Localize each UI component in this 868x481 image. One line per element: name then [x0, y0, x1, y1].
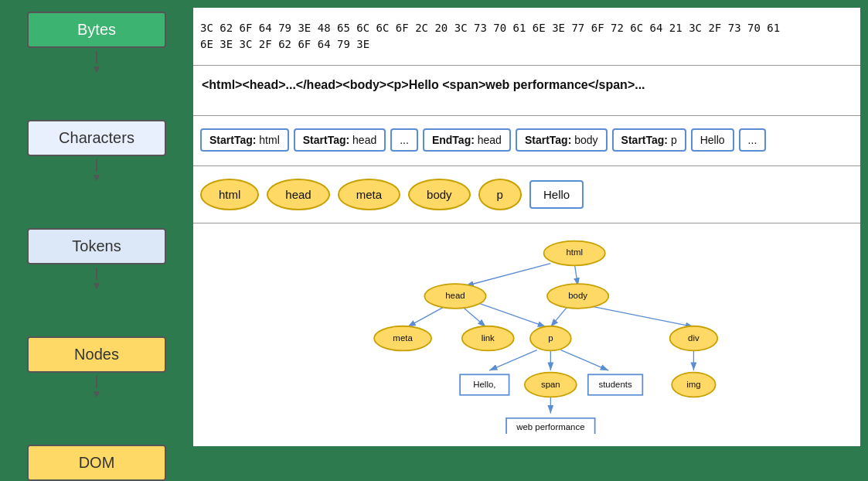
dom-pipeline-item: DOM [27, 402, 166, 481]
token-startTag-html: StartTag: html [200, 128, 289, 152]
dom-node-webperf-text: web performance [516, 422, 584, 432]
bytes-label: Bytes [77, 21, 116, 38]
dom-node-head-text: head [445, 291, 465, 300]
bytes-section: 3C 62 6F 64 79 3E 48 65 6C 6C 6F 2C 20 3… [193, 8, 860, 66]
nodes-section: html head meta body p Hello [193, 166, 860, 223]
line-html-head [465, 264, 550, 286]
line-html-body [574, 264, 577, 286]
bytes-pipeline-item: Bytes [27, 8, 166, 48]
line-body-div [591, 306, 693, 326]
line-head-meta [407, 306, 444, 326]
tokens-box: Tokens [27, 228, 166, 264]
dom-section: html head body meta link p div [193, 223, 860, 446]
arrow-chars-to-tokens [89, 159, 104, 183]
token-startTag-head: StartTag: head [294, 128, 386, 152]
nodes-label: Nodes [74, 346, 119, 363]
token-ellipsis-1: ... [390, 128, 418, 152]
node-html: html [200, 179, 259, 210]
token-endTag-head: EndTag: head [423, 128, 511, 152]
tokens-pipeline-item: Tokens [27, 186, 166, 264]
token-startTag-body: StartTag: body [516, 128, 608, 152]
dom-tree-svg: html head body meta link p div [197, 233, 856, 434]
main-container: Bytes Characters Tokens Nodes DOM [0, 0, 868, 481]
arrow-nodes-to-dom [89, 376, 104, 399]
node-hello: Hello [529, 180, 584, 209]
characters-section: <html><head>...</head><body><p>Hello <sp… [193, 66, 860, 116]
bytes-line2: 6E 3E 3C 2F 62 6F 64 79 3E [200, 38, 369, 50]
node-head: head [267, 179, 329, 210]
dom-node-students-text: students [598, 380, 632, 389]
dom-node-span-text: span [541, 380, 560, 389]
tokens-row: StartTag: html StartTag: head ... EndTag… [197, 125, 856, 155]
dom-node-body-text: body [568, 291, 587, 300]
node-body: body [408, 179, 471, 210]
dom-node-div-text: div [688, 333, 700, 343]
tokens-section: StartTag: html StartTag: head ... EndTag… [193, 116, 860, 166]
bytes-box: Bytes [27, 12, 166, 48]
characters-text: <html><head>...</head><body><p>Hello <sp… [202, 78, 645, 91]
characters-box: Characters [27, 120, 166, 156]
node-meta: meta [338, 179, 400, 210]
dom-node-img-text: img [686, 380, 700, 389]
line-p-hello [489, 350, 537, 370]
bytes-content: 3C 62 6F 64 79 3E 48 65 6C 6C 6F 2C 20 3… [197, 17, 856, 56]
dom-label: DOM [79, 454, 115, 471]
nodes-box: Nodes [27, 336, 166, 373]
line-head-link [462, 306, 486, 326]
pipeline-column: Bytes Characters Tokens Nodes DOM [8, 8, 186, 473]
content-column: 3C 62 6F 64 79 3E 48 65 6C 6C 6F 2C 20 3… [193, 8, 860, 473]
node-p: p [478, 179, 522, 210]
dom-node-html-text: html [566, 247, 583, 257]
token-text-hello: Hello [691, 128, 734, 152]
characters-pipeline-item: Characters [27, 77, 166, 156]
characters-label: Characters [59, 129, 134, 146]
dom-node-meta-text: meta [393, 333, 413, 343]
token-startTag-p: StartTag: p [612, 128, 686, 152]
line-body-p [550, 306, 567, 326]
nodes-row: html head meta body p Hello [197, 176, 856, 213]
token-ellipsis-2: ... [739, 128, 767, 152]
characters-content: <html><head>...</head><body><p>Hello <sp… [197, 75, 856, 95]
dom-node-link-text: link [482, 333, 495, 343]
dom-node-hello-text: Hello, [473, 380, 495, 389]
tokens-label: Tokens [72, 237, 121, 254]
dom-node-p-text: p [548, 333, 553, 343]
arrow-bytes-to-chars [89, 51, 104, 74]
line-head-to-body-arrow [472, 301, 546, 326]
bytes-line1: 3C 62 6F 64 79 3E 48 65 6C 6C 6F 2C 20 3… [200, 22, 780, 34]
line-p-students [561, 350, 609, 370]
dom-box: DOM [27, 445, 166, 481]
nodes-pipeline-item: Nodes [27, 294, 166, 373]
arrow-tokens-to-nodes [89, 268, 104, 291]
